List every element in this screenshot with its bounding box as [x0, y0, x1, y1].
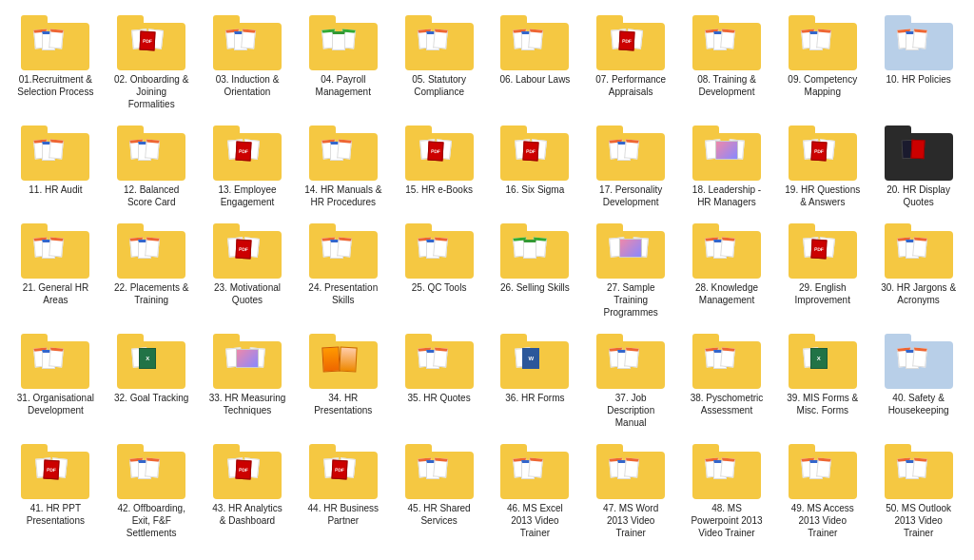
- folder-item[interactable]: 45. HR Shared Services: [393, 440, 485, 543]
- folder-icon: PDF: [309, 444, 378, 499]
- folder-label: 10. HR Policies: [886, 73, 950, 86]
- folder-label: 05. Statutory Compliance: [400, 73, 478, 98]
- folder-label: 29. English Improvement: [784, 281, 862, 306]
- folder-icon: [117, 223, 185, 279]
- folder-label: 07. Performance Appraisals: [592, 73, 670, 98]
- folder-item[interactable]: PDF29. English Improvement: [776, 220, 868, 322]
- folder-label: 25. QC Tools: [412, 281, 467, 294]
- folder-item[interactable]: 33. HR Measuring Techniques: [202, 330, 294, 433]
- folder-label: 40. Safety & Housekeeping: [880, 392, 958, 416]
- folder-item[interactable]: 50. MS Outlook 2013 Video Trainer: [872, 440, 964, 543]
- folder-item[interactable]: 38. Pyschometric Assessment: [681, 330, 773, 433]
- folder-label: 21. General HR Areas: [16, 281, 94, 306]
- folder-item[interactable]: 18. Leadership - HR Managers: [681, 122, 773, 212]
- folder-item[interactable]: 30. HR Jargons & Acronyms: [872, 220, 964, 322]
- folder-item[interactable]: PDF07. Performance Appraisals: [585, 11, 677, 114]
- folder-item[interactable]: 46. MS Excel 2013 Video Trainer: [489, 440, 581, 543]
- folder-item[interactable]: PDF02. Onboarding & Joining Formalities: [106, 11, 198, 114]
- folder-item[interactable]: 17. Personality Development: [585, 122, 677, 212]
- folder-item[interactable]: PDF44. HR Business Partner: [297, 440, 389, 543]
- folder-item[interactable]: PDF15. HR e-Books: [393, 122, 485, 212]
- folder-label: 41. HR PPT Presentations: [16, 502, 94, 527]
- folder-item[interactable]: 01.Recruitment & Selection Process: [10, 11, 102, 114]
- folder-item[interactable]: 49. MS Access 2013 Video Trainer: [776, 440, 868, 543]
- folder-label: 47. MS Word 2013 Video Trainer: [592, 502, 670, 539]
- folder-icon: [692, 334, 761, 389]
- folder-item[interactable]: 25. QC Tools: [393, 220, 485, 322]
- folder-item[interactable]: 05. Statutory Compliance: [393, 11, 485, 114]
- folder-item[interactable]: 37. Job Description Manual: [585, 330, 677, 433]
- folder-icon: [596, 223, 665, 279]
- folder-icon: PDF: [596, 15, 665, 70]
- folder-icon: [500, 15, 569, 70]
- folder-item[interactable]: 21. General HR Areas: [10, 220, 102, 322]
- folder-item[interactable]: X39. MIS Forms & Misc. Forms: [776, 330, 868, 433]
- folder-icon: [309, 126, 378, 181]
- folder-icon: [21, 126, 89, 181]
- folder-item[interactable]: 11. HR Audit: [10, 122, 102, 212]
- folder-label: 32. Goal Tracking: [114, 392, 188, 404]
- folder-icon: [692, 126, 761, 181]
- folder-icon: [21, 15, 89, 70]
- folder-label: 26. Selling Skills: [500, 281, 570, 294]
- folder-label: 38. Pyschometric Assessment: [688, 392, 766, 416]
- folder-icon: [213, 15, 282, 70]
- folder-label: 01.Recruitment & Selection Process: [16, 73, 94, 98]
- folder-item[interactable]: 10. HR Policies: [872, 11, 964, 114]
- folder-item[interactable]: 26. Selling Skills: [489, 220, 581, 322]
- folder-label: 11. HR Audit: [29, 183, 82, 196]
- folder-item[interactable]: 20. HR Display Quotes: [872, 122, 964, 212]
- folder-label: 36. HR Forms: [505, 392, 564, 404]
- folder-item[interactable]: 34. HR Presentations: [297, 330, 389, 433]
- folder-label: 17. Personality Development: [592, 183, 670, 208]
- folder-item[interactable]: 27. Sample Training Programmes: [585, 220, 677, 322]
- folder-item[interactable]: 03. Induction & Orientation: [202, 11, 294, 114]
- folder-item[interactable]: 40. Safety & Housekeeping: [872, 330, 964, 433]
- folder-item[interactable]: PDF19. HR Questions & Answers: [776, 122, 868, 212]
- folder-item[interactable]: PDF41. HR PPT Presentations: [10, 440, 102, 543]
- folder-icon: PDF: [21, 444, 89, 499]
- folder-item[interactable]: 14. HR Manuals & HR Procedures: [297, 122, 389, 212]
- folder-icon: PDF: [405, 126, 474, 181]
- folder-label: 04. Payroll Management: [304, 73, 382, 98]
- folder-item[interactable]: 47. MS Word 2013 Video Trainer: [585, 440, 677, 543]
- folder-item[interactable]: 08. Training & Development: [681, 11, 773, 114]
- folder-item[interactable]: 28. Knowledge Management: [681, 220, 773, 322]
- folder-label: 15. HR e-Books: [405, 183, 473, 196]
- folder-icon: [692, 444, 761, 499]
- folder-item[interactable]: W36. HR Forms: [489, 330, 581, 433]
- folder-icon: [117, 126, 185, 181]
- folder-item[interactable]: 48. MS Powerpoint 2013 Video Trainer: [681, 440, 773, 543]
- folder-item[interactable]: 42. Offboarding, Exit, F&F Settlements: [106, 440, 198, 543]
- folder-label: 48. MS Powerpoint 2013 Video Trainer: [688, 502, 766, 539]
- folder-item[interactable]: 24. Presentation Skills: [297, 220, 389, 322]
- folder-icon: [789, 444, 857, 499]
- folder-item[interactable]: 12. Balanced Score Card: [106, 122, 198, 212]
- folder-item[interactable]: 31. Organisational Development: [10, 330, 102, 433]
- folder-item[interactable]: 04. Payroll Management: [297, 11, 389, 114]
- folder-icon: [885, 223, 953, 279]
- folder-item[interactable]: PDF43. HR Analytics & Dashboard: [202, 440, 294, 543]
- folder-item[interactable]: 35. HR Quotes: [393, 330, 485, 433]
- folder-icon: [885, 334, 953, 389]
- folder-icon: [309, 223, 378, 279]
- folder-label: 20. HR Display Quotes: [880, 183, 958, 208]
- folder-item[interactable]: 09. Competency Mapping: [776, 11, 868, 114]
- folder-icon: [692, 15, 761, 70]
- folder-icon: PDF: [213, 223, 282, 279]
- folder-label: 24. Presentation Skills: [304, 281, 382, 306]
- folder-item[interactable]: PDF13. Employee Engagement: [202, 122, 294, 212]
- folder-icon: X: [117, 334, 185, 389]
- folder-item[interactable]: 22. Placements & Training: [106, 220, 198, 322]
- folder-label: 27. Sample Training Programmes: [592, 281, 670, 319]
- folder-item[interactable]: 06. Labour Laws: [489, 11, 581, 114]
- folder-icon: [500, 444, 569, 499]
- folder-label: 39. MIS Forms & Misc. Forms: [784, 392, 862, 416]
- folder-icon: [309, 334, 378, 389]
- folder-icon: [21, 223, 89, 279]
- folder-label: 30. HR Jargons & Acronyms: [880, 281, 958, 306]
- folder-item[interactable]: X32. Goal Tracking: [106, 330, 198, 433]
- folder-item[interactable]: PDF16. Six Sigma: [489, 122, 581, 212]
- folder-item[interactable]: PDF23. Motivational Quotes: [202, 220, 294, 322]
- folder-label: 03. Induction & Orientation: [208, 73, 286, 98]
